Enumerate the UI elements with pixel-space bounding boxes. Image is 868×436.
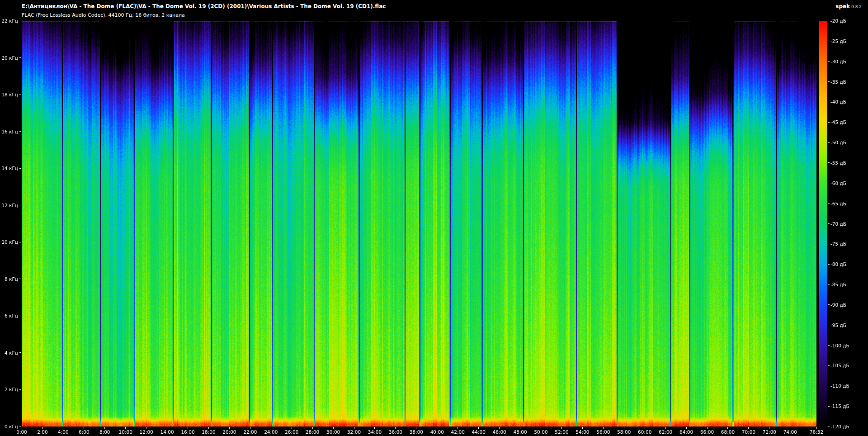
time-tick-mark	[541, 427, 541, 429]
db-tick-label: -100 дБ	[830, 343, 849, 348]
time-tick-mark	[312, 427, 313, 429]
time-tick-label: 38:00	[410, 430, 423, 435]
time-tick-label: 74:00	[783, 430, 797, 435]
db-tick-label: -35 дБ	[830, 80, 846, 85]
db-tick-label: -80 дБ	[830, 262, 846, 267]
time-tick-label: 62:00	[659, 430, 672, 435]
time-tick-mark	[395, 427, 396, 429]
time-tick-mark	[707, 427, 708, 429]
db-tick-label: -115 дБ	[830, 404, 849, 409]
freq-tick-mark	[19, 389, 21, 390]
freq-tick-label: 20 кГц	[0, 56, 18, 61]
freq-tick-mark	[19, 316, 21, 316]
time-tick-mark	[624, 427, 624, 429]
freq-tick-mark	[19, 95, 21, 95]
time-tick-label: 46:00	[492, 430, 506, 435]
time-tick-mark	[374, 427, 375, 429]
freq-tick-label: 18 кГц	[0, 92, 18, 97]
time-tick-label: 44:00	[472, 430, 486, 435]
time-tick-label: 20:00	[222, 430, 236, 435]
time-tick-label: 28:00	[306, 430, 319, 435]
freq-tick-label: 16 кГц	[0, 129, 18, 134]
db-tick-mark	[828, 427, 830, 427]
db-tick-label: -65 дБ	[830, 201, 846, 206]
db-tick-label: -70 дБ	[830, 222, 846, 227]
db-tick-label: -25 дБ	[830, 39, 846, 44]
freq-tick-label: 6 кГц	[0, 313, 18, 318]
time-tick-label: 66:00	[700, 430, 714, 435]
time-tick-mark	[582, 427, 583, 429]
time-tick-mark	[208, 427, 209, 429]
time-tick-label: 42:00	[451, 430, 465, 435]
app-title: spek0.8.2	[835, 3, 862, 9]
time-tick-mark	[22, 427, 22, 429]
db-tick-mark	[828, 81, 830, 82]
time-tick-mark	[790, 427, 790, 429]
db-tick-label: -85 дБ	[830, 282, 846, 287]
time-tick-mark	[458, 427, 458, 429]
time-tick-mark	[271, 427, 271, 429]
db-tick-mark	[828, 183, 830, 183]
db-tick-mark	[828, 406, 830, 407]
time-tick-label: 30:00	[326, 430, 340, 435]
file-path-title: E:\Антициклон\VA - The Dome (FLAC)\VA - …	[22, 3, 386, 9]
time-tick-label: 52:00	[555, 430, 568, 435]
db-tick-label: -30 дБ	[830, 59, 846, 64]
time-tick-label: 54:00	[576, 430, 589, 435]
time-tick-label: 2:00	[37, 430, 48, 435]
time-tick-mark	[146, 427, 146, 429]
time-tick-mark	[292, 427, 292, 429]
time-tick-mark	[167, 427, 167, 429]
db-tick-label: -110 дБ	[830, 384, 849, 389]
time-tick-label: 8:00	[99, 430, 110, 435]
time-tick-mark	[686, 427, 687, 429]
time-tick-label: 14:00	[160, 430, 174, 435]
db-tick-label: -90 дБ	[830, 303, 846, 308]
time-tick-label: 58:00	[617, 430, 631, 435]
time-tick-label: 12:00	[140, 430, 153, 435]
freq-tick-mark	[19, 242, 21, 242]
time-tick-label: 72:00	[763, 430, 776, 435]
freq-tick-label: 22 кГц	[0, 19, 18, 24]
time-tick-mark	[748, 427, 749, 429]
legend-colorbar	[819, 21, 827, 427]
time-tick-label: 22:00	[243, 430, 257, 435]
time-tick-mark	[645, 427, 645, 429]
db-tick-label: -50 дБ	[830, 140, 846, 145]
db-tick-mark	[828, 21, 830, 21]
app-version: 0.8.2	[851, 5, 862, 9]
time-tick-label: 76:32	[810, 430, 823, 435]
freq-tick-label: 14 кГц	[0, 166, 18, 171]
db-tick-label: -75 дБ	[830, 242, 846, 246]
db-tick-label: -40 дБ	[830, 100, 846, 104]
db-tick-mark	[828, 304, 830, 305]
db-tick-label: -60 дБ	[830, 181, 846, 186]
time-tick-mark	[250, 427, 250, 429]
time-tick-label: 60:00	[638, 430, 651, 435]
freq-tick-mark	[19, 57, 21, 58]
time-tick-label: 26:00	[285, 430, 298, 435]
freq-tick-label: 8 кГц	[0, 277, 18, 282]
spek-window: E:\Антициклон\VA - The Dome (FLAC)\VA - …	[0, 0, 868, 436]
freq-tick-label: 4 кГц	[0, 351, 18, 355]
time-tick-label: 40:00	[430, 430, 444, 435]
time-tick-mark	[603, 427, 604, 429]
time-tick-label: 34:00	[368, 430, 382, 435]
freq-tick-mark	[19, 427, 21, 427]
time-tick-mark	[478, 427, 479, 429]
freq-tick-mark	[19, 168, 21, 169]
db-tick-mark	[828, 142, 830, 143]
freq-tick-label: 10 кГц	[0, 240, 18, 245]
db-tick-mark	[828, 122, 830, 123]
time-tick-mark	[84, 427, 84, 429]
db-tick-mark	[828, 244, 830, 244]
time-tick-label: 18:00	[202, 430, 215, 435]
time-tick-label: 4:00	[58, 430, 69, 435]
time-tick-label: 32:00	[347, 430, 361, 435]
freq-tick-label: 12 кГц	[0, 203, 18, 208]
db-tick-mark	[828, 41, 830, 41]
db-tick-label: -105 дБ	[830, 363, 849, 368]
time-tick-mark	[42, 427, 42, 429]
time-tick-label: 70:00	[742, 430, 755, 435]
time-tick-mark	[816, 427, 817, 429]
